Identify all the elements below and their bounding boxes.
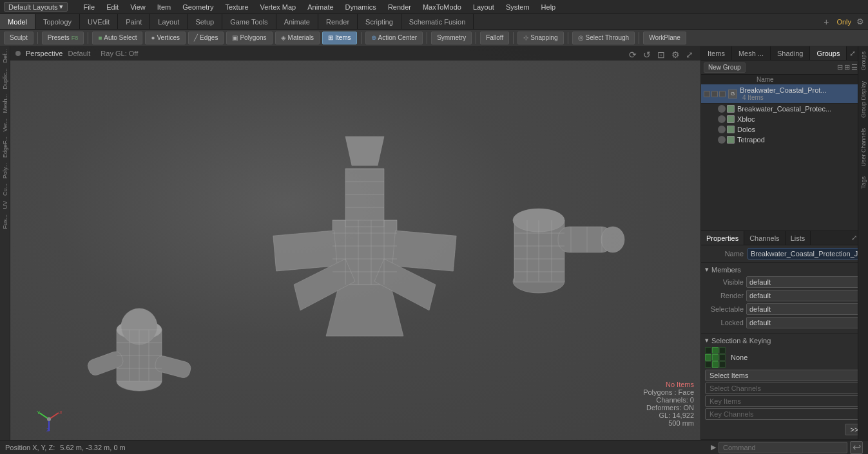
- child-vis-2: [718, 115, 726, 123]
- new-group-button[interactable]: New Group: [704, 62, 746, 73]
- key-items-button[interactable]: Key Items: [705, 395, 864, 407]
- sidebar-item-def[interactable]: Def...: [0, 46, 10, 66]
- none-cell-2: [719, 347, 726, 354]
- command-go-icon[interactable]: ↩: [850, 441, 863, 454]
- rp-icon-1[interactable]: ⊟: [837, 63, 843, 71]
- sculpt-button[interactable]: Sculpt: [4, 32, 34, 44]
- right-panel-tabs: Items Mesh ... Shading Groups ⤢ ⚙: [701, 46, 868, 61]
- menu-system[interactable]: System: [503, 3, 532, 11]
- menu-view[interactable]: View: [128, 3, 148, 11]
- viewport-reset-icon[interactable]: ↺: [641, 49, 653, 61]
- rp-tab-shading[interactable]: Shading: [771, 46, 810, 60]
- menu-file[interactable]: File: [81, 3, 97, 11]
- svg-text:X: X: [59, 410, 62, 415]
- menu-render[interactable]: Render: [385, 3, 414, 11]
- tree-child-2[interactable]: Xbloc: [701, 114, 868, 124]
- workflow-tab-game-tools[interactable]: Game Tools: [222, 14, 276, 29]
- menu-maxtomodo[interactable]: MaxToModo: [420, 3, 464, 11]
- rp-expand-icon[interactable]: ⤢: [849, 49, 856, 58]
- workflow-tab-topology[interactable]: Topology: [35, 14, 80, 29]
- menu-geometry[interactable]: Geometry: [180, 3, 216, 11]
- viewport-rotate-icon[interactable]: ⟳: [627, 49, 639, 61]
- sidebar-item-cu[interactable]: Cu...: [0, 181, 10, 198]
- sidebar-item-edgf[interactable]: EdgeF...: [0, 134, 10, 160]
- selectable-dropdown[interactable]: default ▾: [746, 303, 864, 315]
- viewport-settings-icon[interactable]: ⚙: [670, 49, 681, 61]
- menu-dynamics[interactable]: Dynamics: [343, 3, 379, 11]
- workflow-tab-animate[interactable]: Animate: [276, 14, 318, 29]
- workflow-tab-scripting[interactable]: Scripting: [358, 14, 401, 29]
- command-input[interactable]: [719, 442, 847, 453]
- props-tab-properties[interactable]: Properties: [701, 231, 744, 245]
- edge-tab-tags[interactable]: Tags: [858, 171, 868, 194]
- star-only-label: Only: [836, 18, 851, 26]
- rp-tab-groups[interactable]: Groups: [810, 46, 847, 60]
- symmetry-button[interactable]: Symmetry: [431, 32, 472, 44]
- edge-tab-groups[interactable]: Groups: [858, 46, 868, 76]
- menu-help[interactable]: Help: [539, 3, 559, 11]
- select-items-button[interactable]: Select Items: [705, 370, 864, 381]
- select-channels-button[interactable]: Select Channels: [705, 383, 864, 394]
- render-dropdown[interactable]: default ▾: [746, 290, 864, 301]
- workflow-tab-schematic[interactable]: Schematic Fusion: [401, 14, 474, 29]
- visible-dropdown[interactable]: default ▾: [746, 276, 864, 288]
- sidebar-item-ver[interactable]: Ver...: [0, 116, 10, 135]
- vertices-button[interactable]: ● Vertices: [145, 32, 186, 44]
- items-button[interactable]: ⊞ Items: [322, 32, 356, 44]
- rp-tab-mesh[interactable]: Mesh ...: [732, 46, 771, 60]
- rp-icon-3[interactable]: ☰: [851, 63, 858, 71]
- layout-selector[interactable]: Default Layouts ▾: [4, 2, 68, 12]
- edge-tab-user-channels[interactable]: User Channels: [858, 123, 868, 172]
- auto-select-button[interactable]: ■ Auto Select: [92, 32, 142, 44]
- group-tree[interactable]: G Breakwater_Coastal_Prot... 4 Items Bre…: [701, 84, 868, 231]
- menu-layout[interactable]: Layout: [470, 3, 497, 11]
- edge-tab-group-display[interactable]: Group Display: [858, 76, 868, 123]
- workplane-button[interactable]: WorkPlane: [643, 32, 686, 44]
- menu-vertex-map[interactable]: Vertex Map: [258, 3, 299, 11]
- presets-button[interactable]: Presets F8: [42, 32, 84, 44]
- rp-tab-items[interactable]: Items: [701, 46, 732, 60]
- menu-edit[interactable]: Edit: [104, 3, 121, 11]
- tree-child-4[interactable]: Tetrapod: [701, 135, 868, 145]
- none-cell-3: [705, 354, 711, 361]
- sidebar-item-fus[interactable]: Fus...: [0, 212, 10, 232]
- viewport-expand-icon[interactable]: ⤢: [684, 49, 695, 61]
- sidebar-item-poly[interactable]: Poly...: [0, 160, 10, 181]
- select-through-button[interactable]: ◎ Select Through: [572, 32, 635, 44]
- name-input[interactable]: [747, 248, 864, 260]
- settings-icon[interactable]: ⚙: [856, 17, 864, 26]
- workflow-tab-paint[interactable]: Paint: [118, 14, 150, 29]
- workflow-tab-uvedit[interactable]: UVEdit: [80, 14, 118, 29]
- edges-button[interactable]: ╱ Edges: [188, 32, 224, 44]
- workflow-tab-layout[interactable]: Layout: [150, 14, 188, 29]
- action-center-button[interactable]: ⊕ Action Center: [365, 32, 423, 44]
- menu-texture[interactable]: Texture: [223, 3, 251, 11]
- falloff-button[interactable]: Falloff: [480, 32, 509, 44]
- polygons-button[interactable]: ▣ Polygons: [226, 32, 272, 44]
- workflow-tab-render[interactable]: Render: [318, 14, 358, 29]
- group-row-main[interactable]: G Breakwater_Coastal_Prot... 4 Items: [701, 84, 868, 104]
- properties-name-row: Name: [701, 245, 868, 263]
- gl-count-label: GL: 14,922: [643, 411, 694, 419]
- add-tab-button[interactable]: +: [824, 17, 829, 27]
- sidebar-item-duplic[interactable]: Duplic...: [0, 66, 10, 92]
- sidebar-item-mesh[interactable]: Mesh...: [0, 91, 10, 116]
- tree-child-1[interactable]: Breakwater_Coastal_Protec...: [701, 104, 868, 114]
- rp-icon-2[interactable]: ⊞: [844, 63, 850, 71]
- 3d-viewport[interactable]: Perspective Default Ray GL: Off ⟳ ↺ ⊡ ⚙ …: [10, 46, 700, 440]
- snapping-button[interactable]: ⊹ Snapping: [517, 32, 563, 44]
- workflow-tab-setup[interactable]: Setup: [188, 14, 222, 29]
- sidebar-item-uv[interactable]: UV: [0, 198, 10, 212]
- materials-button[interactable]: ◈ Materials: [275, 32, 320, 44]
- workflow-tab-model[interactable]: Model: [0, 14, 35, 29]
- menu-item[interactable]: Item: [155, 3, 173, 11]
- menu-animate[interactable]: Animate: [305, 3, 336, 11]
- key-channels-button[interactable]: Key Channels: [705, 408, 864, 420]
- props-tab-lists[interactable]: Lists: [786, 231, 811, 245]
- props-expand-icon[interactable]: ⤢: [851, 234, 857, 242]
- tree-child-3[interactable]: Dolos: [701, 124, 868, 135]
- props-tab-channels[interactable]: Channels: [744, 231, 785, 245]
- svg-rect-21: [392, 231, 456, 271]
- locked-dropdown[interactable]: default ▾: [746, 317, 864, 328]
- viewport-zoom-fit-icon[interactable]: ⊡: [655, 49, 667, 61]
